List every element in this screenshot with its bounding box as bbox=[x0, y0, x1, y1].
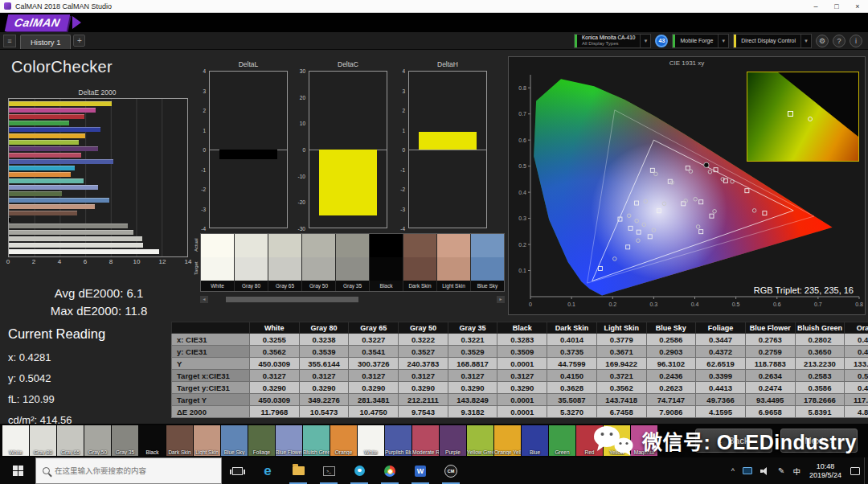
tray-display-icon[interactable] bbox=[743, 467, 752, 474]
axis-tick-label: 0 bbox=[6, 258, 10, 265]
source-selector[interactable]: Mobile Forge ▾ bbox=[672, 34, 729, 48]
scroll-left-icon[interactable]: ◄ bbox=[200, 296, 208, 303]
close-button[interactable]: × bbox=[847, 0, 868, 12]
table-cell: 178.2666 bbox=[795, 394, 845, 406]
add-tab-button[interactable]: + bbox=[73, 35, 85, 47]
info-button[interactable]: i bbox=[850, 35, 862, 47]
show-desktop-button[interactable] bbox=[864, 457, 868, 484]
patch-swatch[interactable]: Gray 35 bbox=[112, 425, 138, 456]
actual-color bbox=[403, 234, 436, 257]
swatch-strip-row: WhiteGray 80Gray 65Gray 50Gray 35BlackDa… bbox=[200, 233, 505, 292]
deltal-bar bbox=[219, 150, 276, 159]
axis-tick-label: 1 bbox=[203, 127, 206, 133]
settings-button[interactable]: ⚙ bbox=[816, 35, 829, 47]
patch-swatch[interactable]: Purplish Blue bbox=[385, 425, 411, 456]
patch-label: White bbox=[2, 449, 29, 455]
scroll-thumb[interactable] bbox=[226, 297, 358, 302]
table-cell: 0.3127 bbox=[448, 370, 497, 382]
minimize-button[interactable]: – bbox=[805, 0, 826, 12]
tray-expand-icon[interactable]: ^ bbox=[727, 467, 739, 475]
patch-swatch[interactable]: Gray 65 bbox=[57, 425, 84, 456]
taskbar-wps-button[interactable]: W bbox=[405, 457, 436, 484]
table-cell: 0.4410 bbox=[845, 346, 868, 358]
chevron-down-icon[interactable]: ▾ bbox=[800, 35, 811, 47]
tab-history-1[interactable]: History 1 bbox=[20, 35, 71, 49]
table-cell: 0.2634 bbox=[745, 370, 795, 382]
table-column-header: Blue Flower bbox=[745, 322, 795, 334]
terminal-icon: >_ bbox=[323, 466, 335, 476]
current-reading-y: y: 0.5042 bbox=[8, 372, 105, 384]
deltac-chart: DeltaC 3020100-10-20-30 bbox=[293, 60, 387, 228]
scroll-track[interactable] bbox=[208, 296, 497, 303]
target-color bbox=[268, 257, 301, 281]
table-column-header: Gray 35 bbox=[448, 322, 497, 334]
scroll-right-icon[interactable]: ► bbox=[497, 296, 505, 303]
patch-swatch[interactable]: Gray 50 bbox=[84, 425, 111, 456]
taskbar-edge-button[interactable]: e bbox=[252, 457, 283, 484]
deltae-bar bbox=[9, 108, 96, 113]
patch-swatch[interactable]: White bbox=[358, 425, 384, 456]
patch-swatch[interactable]: Orange Yellow bbox=[494, 425, 521, 456]
target-color bbox=[403, 257, 436, 281]
patch-swatch[interactable]: Yellow Green bbox=[467, 425, 493, 456]
tray-pen-icon[interactable]: ✎ bbox=[774, 466, 788, 475]
patch-swatch[interactable]: Orange bbox=[330, 425, 357, 456]
help-button[interactable]: ? bbox=[833, 35, 845, 47]
maximize-button[interactable]: □ bbox=[826, 0, 847, 12]
swatch-scrollbar[interactable]: ◄ ► bbox=[200, 296, 505, 303]
patch-swatch[interactable]: Foliage bbox=[248, 425, 275, 456]
notification-center-icon[interactable] bbox=[850, 467, 860, 475]
table-column-header: Gray 50 bbox=[399, 322, 448, 334]
taskbar-file-explorer-button[interactable] bbox=[283, 457, 313, 484]
display-control-selector[interactable]: Direct Display Control ▾ bbox=[733, 34, 812, 48]
axis-tick-label: 0.2 bbox=[608, 301, 616, 307]
tray-volume-icon[interactable] bbox=[760, 467, 770, 475]
table-cell: 0.0001 bbox=[497, 406, 547, 418]
table-cell: 6.7458 bbox=[596, 406, 646, 418]
table-row-label: Target y:CIE31 bbox=[172, 382, 250, 394]
patch-swatch[interactable]: Light Skin bbox=[194, 425, 220, 456]
menu-button[interactable]: ≡ bbox=[3, 35, 16, 47]
patch-swatch[interactable]: Black bbox=[139, 425, 166, 456]
target-color bbox=[370, 257, 403, 281]
deltae-bar-row bbox=[9, 191, 187, 196]
patch-swatch[interactable]: Purple bbox=[440, 425, 466, 456]
patch-swatch[interactable]: Blue Sky bbox=[221, 425, 248, 456]
table-cell: 10.5473 bbox=[299, 406, 349, 418]
table-cell: 93.4495 bbox=[745, 394, 795, 406]
table-cell: 0.3127 bbox=[299, 370, 349, 382]
table-cell: 0.3562 bbox=[250, 346, 300, 358]
taskbar-chat-button[interactable] bbox=[344, 457, 375, 484]
taskbar-calman-button[interactable]: CM bbox=[436, 457, 466, 484]
task-view-button[interactable] bbox=[222, 457, 252, 484]
patch-swatch[interactable]: Blue bbox=[522, 425, 548, 456]
windows-logo-icon bbox=[13, 466, 23, 476]
taskbar-terminal-button[interactable]: >_ bbox=[313, 457, 344, 484]
patch-swatch[interactable]: White bbox=[2, 425, 29, 456]
chevron-down-icon[interactable]: ▾ bbox=[718, 35, 728, 47]
chevron-down-icon[interactable]: ▾ bbox=[640, 35, 650, 47]
patch-swatch[interactable]: Green bbox=[549, 425, 575, 456]
axis-tick-label: -10 bbox=[298, 173, 305, 178]
start-button[interactable] bbox=[0, 457, 35, 484]
search-input[interactable] bbox=[55, 466, 215, 475]
patch-swatch[interactable]: Gray 80 bbox=[30, 425, 56, 456]
cie-panel: CIE 1931 xy 00.10.20.30.40.50.60.70.80.1… bbox=[508, 56, 866, 315]
results-table: WhiteGray 80Gray 65Gray 50Gray 35BlackDa… bbox=[171, 322, 868, 418]
patch-swatch[interactable]: Blue Flower bbox=[276, 425, 302, 456]
table-cell: 0.2903 bbox=[646, 346, 696, 358]
patch-swatch[interactable]: Bluish Green bbox=[303, 425, 330, 456]
patch-swatch[interactable]: Dark Skin bbox=[166, 425, 193, 456]
table-cell: 0.3509 bbox=[497, 346, 547, 358]
target-color bbox=[471, 257, 504, 281]
tray-clock[interactable]: 10:48 2019/5/24 bbox=[805, 462, 846, 479]
tray-ime-indicator[interactable]: 中 bbox=[788, 466, 805, 477]
axis-tick-label: 0.6 bbox=[518, 137, 526, 143]
axis-tick-label: 0.4 bbox=[691, 301, 699, 307]
deltac-chart-title: DeltaC bbox=[293, 60, 387, 71]
taskbar-browser-button[interactable] bbox=[375, 457, 405, 484]
patch-swatch[interactable]: Moderate Red bbox=[412, 425, 439, 456]
table-cell: 240.3783 bbox=[399, 358, 448, 370]
taskbar-search[interactable] bbox=[35, 457, 222, 484]
meter-selector[interactable]: Konica Minolta CA-410 All Display Types … bbox=[574, 34, 651, 48]
